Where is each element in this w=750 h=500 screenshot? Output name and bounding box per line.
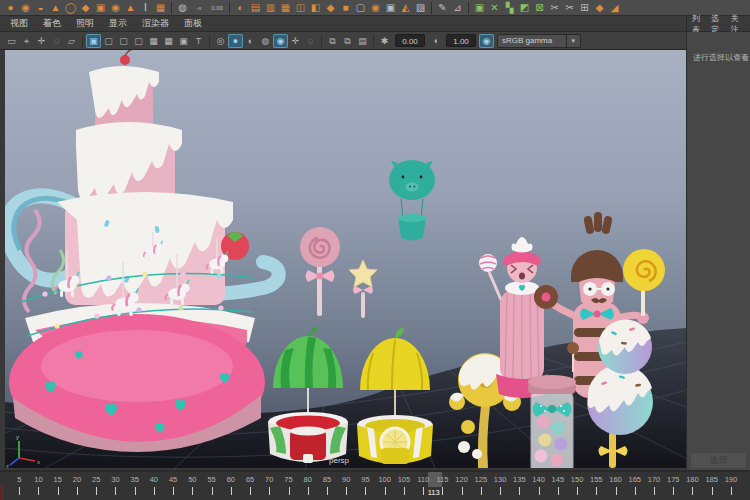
viewport-toolbar-icon[interactable]: ⧉ [325, 34, 340, 48]
viewport-toolbar-icon[interactable]: ▣ [176, 34, 191, 48]
shelf-button-icon[interactable]: ⊿ [450, 1, 465, 15]
viewport-toolbar-icon[interactable]: ⧉ [340, 34, 355, 48]
shelf-button-icon[interactable]: ✎ [435, 1, 450, 15]
gamma-field[interactable]: 1.00 [446, 34, 476, 47]
viewport-toolbar-icon[interactable]: ◎ [213, 34, 228, 48]
viewport-toolbar-icon[interactable]: ◌ [49, 34, 64, 48]
timeline-tick-label: 85 [323, 475, 331, 484]
shelf-button-icon[interactable]: ⊠ [532, 1, 547, 15]
shelf-button-icon[interactable]: ◭ [398, 1, 413, 15]
viewport-toolbar-icon[interactable]: ◐ [243, 34, 258, 48]
shelf-button-icon[interactable]: ◉ [108, 1, 123, 15]
candy-jar[interactable] [528, 375, 576, 468]
timeline-tick [77, 487, 78, 495]
viewport-toolbar-icon[interactable]: ▤ [355, 34, 370, 48]
shelf-button-icon[interactable]: ◆ [323, 1, 338, 15]
shelf-button-icon[interactable]: ▚ [502, 1, 517, 15]
pink-lollipop[interactable] [300, 227, 340, 316]
timeline-tick [519, 487, 520, 495]
shelf-button-icon[interactable]: ▤ [248, 1, 263, 15]
shelf-button-icon[interactable]: ◆ [592, 1, 607, 15]
shelf-button-icon[interactable]: I [138, 1, 153, 15]
shelf-button-icon[interactable]: ◒ [33, 1, 48, 15]
shelf-button-icon[interactable]: ▦ [153, 1, 168, 15]
shelf-button-icon[interactable]: ◢ [607, 1, 622, 15]
viewport-toolbar-icon[interactable]: ● [228, 34, 243, 48]
viewport-toolbar-icon[interactable]: ✛ [34, 34, 49, 48]
shelf-button-icon[interactable]: ● [3, 1, 18, 15]
shelf-button-icon[interactable]: ▣ [472, 1, 487, 15]
shelf-button-icon[interactable]: ▲ [48, 1, 63, 15]
shelf-button-icon[interactable]: ▨ [413, 1, 428, 15]
viewport-toolbar-icon[interactable]: ▭ [4, 34, 19, 48]
pig-hot-air-balloon[interactable] [389, 160, 435, 241]
panel-menu-item-2[interactable]: 照明 [76, 17, 94, 30]
viewport-toolbar-icon[interactable]: ⌖ [19, 34, 34, 48]
viewport-toolbar-icon[interactable]: ◌ [303, 34, 318, 48]
timeline-tick [462, 487, 463, 495]
contrast-icon[interactable]: ◖ [428, 34, 443, 48]
panel-menu-item-1[interactable]: 着色 [43, 17, 61, 30]
shelf-button-icon[interactable]: -x [190, 1, 208, 15]
timeline-tick [154, 487, 155, 495]
viewport-toolbar-icon[interactable]: ▣ [86, 34, 101, 48]
star-wand[interactable] [349, 260, 377, 318]
timeline-tick-label: 100 [378, 475, 391, 484]
shelf-button-icon[interactable]: ◍ [175, 1, 190, 15]
shelf-button-icon[interactable]: ◉ [18, 1, 33, 15]
shelf-button-icon[interactable]: 0.00 [208, 1, 226, 15]
timeline-tick [442, 487, 443, 495]
shelf-button-icon[interactable]: ▣ [383, 1, 398, 15]
shelf-button-icon[interactable]: ▦ [278, 1, 293, 15]
shelf-button-icon[interactable]: ▲ [123, 1, 138, 15]
panel-menu-item-5[interactable]: 面板 [184, 17, 202, 30]
panel-menu-item-3[interactable]: 显示 [109, 17, 127, 30]
colorspace-dropdown[interactable]: sRGB gamma ▼ [497, 34, 581, 48]
shelf-button-icon[interactable]: ◩ [517, 1, 532, 15]
viewport-toolbar-icon[interactable]: ▢ [101, 34, 116, 48]
shelf-button-icon[interactable]: ■ [338, 1, 353, 15]
viewport-toolbar-icon[interactable]: ▢ [116, 34, 131, 48]
viewport-toolbar-icon[interactable]: ✱ [377, 34, 392, 48]
shelf-button-icon[interactable]: ▥ [263, 1, 278, 15]
shelf-button-icon[interactable]: ◐ [233, 1, 248, 15]
viewport-toolbar: ▭⌖✛◌▱▣▢▢▢▦▦▣T◎●◐◍◉✛◌⧉⧉▤✱ 0.00 ◖ 1.00 ◉ s… [0, 32, 686, 50]
shelf-button-icon[interactable]: ◧ [308, 1, 323, 15]
shelf-button-icon[interactable]: ⊞ [577, 1, 592, 15]
shelf-button-icon[interactable]: ▢ [353, 1, 368, 15]
viewport-toolbar-icon[interactable]: ▱ [64, 34, 79, 48]
viewport-toolbar-icon[interactable]: ▦ [146, 34, 161, 48]
donut-base[interactable] [9, 314, 265, 452]
timeline-tick-label: 40 [150, 475, 158, 484]
viewport-toolbar-icon[interactable]: ▢ [131, 34, 146, 48]
shelf-button-icon[interactable]: ✂ [562, 1, 577, 15]
color-management-icon[interactable]: ◉ [479, 34, 494, 48]
viewport-toolbar-icon[interactable]: ◍ [258, 34, 273, 48]
shelf-button-icon[interactable]: ✕ [487, 1, 502, 15]
shelf-button-icon[interactable]: ◆ [78, 1, 93, 15]
shelf-button-icon[interactable]: ▣ [93, 1, 108, 15]
chevron-down-icon: ▼ [566, 35, 576, 47]
select-button[interactable]: 选择 [690, 452, 747, 469]
shelf-button-icon[interactable]: ◫ [293, 1, 308, 15]
viewport-toolbar-icon[interactable]: T [191, 34, 206, 48]
carousel-cake[interactable] [7, 50, 279, 452]
viewport-toolbar-icon[interactable]: ◉ [273, 34, 288, 48]
shelf-button-icon[interactable]: ◯ [63, 1, 78, 15]
shelf-button-icon[interactable]: ◉ [368, 1, 383, 15]
range-start-handle[interactable] [0, 486, 4, 500]
panel-menu-item-4[interactable]: 渲染器 [142, 17, 169, 30]
exposure-field[interactable]: 0.00 [395, 34, 425, 47]
shelf-button-icon[interactable]: ✂ [547, 1, 562, 15]
timeline-tick [192, 487, 193, 495]
panel-menu-item-0[interactable]: 视图 [10, 17, 28, 30]
timeline-tick-label: 135 [513, 475, 526, 484]
shelf-toolbar[interactable]: ●◉◒▲◯◆▣◉▲I▦◍-x0.00◐▤▥▦◫◧◆■▢◉▣◭▨✎⊿▣✕▚◩⊠✂✂… [0, 0, 750, 16]
time-slider[interactable]: 113 510152025303540455055606570758085909… [0, 470, 750, 500]
toolbar-separator [209, 35, 210, 47]
watermelon-ride[interactable] [268, 327, 348, 463]
viewport-persp[interactable]: y x z persp [5, 50, 686, 468]
viewport-toolbar-icon[interactable]: ✛ [288, 34, 303, 48]
viewport-toolbar-icon[interactable]: ▦ [161, 34, 176, 48]
cherry[interactable] [120, 55, 130, 65]
